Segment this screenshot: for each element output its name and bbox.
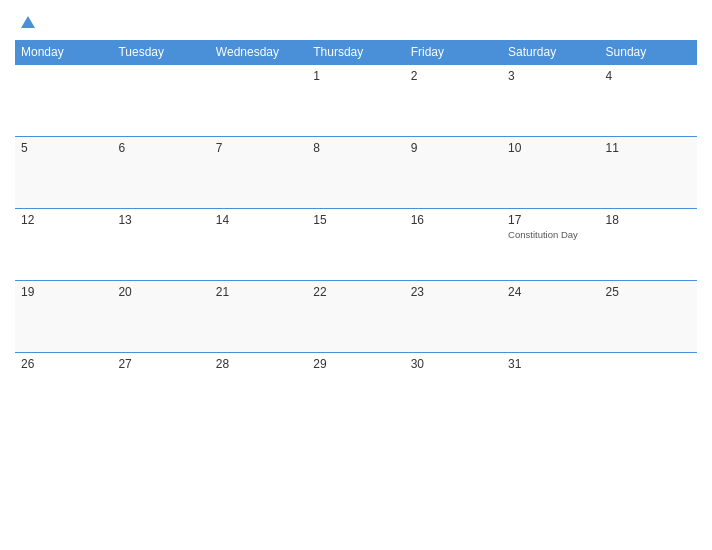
calendar-cell: 28 bbox=[210, 353, 307, 425]
calendar-cell: 24 bbox=[502, 281, 599, 353]
day-number: 15 bbox=[313, 213, 398, 227]
calendar-cell: 21 bbox=[210, 281, 307, 353]
calendar-header bbox=[15, 10, 697, 32]
calendar-cell: 16 bbox=[405, 209, 502, 281]
calendar-cell bbox=[15, 65, 112, 137]
holiday-label: Constitution Day bbox=[508, 229, 593, 240]
weekday-header-friday: Friday bbox=[405, 40, 502, 65]
weekday-header-row: MondayTuesdayWednesdayThursdayFridaySatu… bbox=[15, 40, 697, 65]
day-number: 19 bbox=[21, 285, 106, 299]
calendar-cell: 27 bbox=[112, 353, 209, 425]
day-number: 24 bbox=[508, 285, 593, 299]
day-number: 13 bbox=[118, 213, 203, 227]
day-number: 8 bbox=[313, 141, 398, 155]
day-number: 29 bbox=[313, 357, 398, 371]
calendar-cell: 23 bbox=[405, 281, 502, 353]
calendar-cell bbox=[600, 353, 697, 425]
calendar-cell: 5 bbox=[15, 137, 112, 209]
calendar-cell: 30 bbox=[405, 353, 502, 425]
day-number: 25 bbox=[606, 285, 691, 299]
calendar-cell: 17Constitution Day bbox=[502, 209, 599, 281]
weekday-header-thursday: Thursday bbox=[307, 40, 404, 65]
calendar-cell: 19 bbox=[15, 281, 112, 353]
calendar-container: MondayTuesdayWednesdayThursdayFridaySatu… bbox=[0, 0, 712, 550]
day-number: 4 bbox=[606, 69, 691, 83]
calendar-week-row: 262728293031 bbox=[15, 353, 697, 425]
day-number: 21 bbox=[216, 285, 301, 299]
calendar-cell: 25 bbox=[600, 281, 697, 353]
calendar-cell: 1 bbox=[307, 65, 404, 137]
weekday-header-sunday: Sunday bbox=[600, 40, 697, 65]
calendar-cell: 13 bbox=[112, 209, 209, 281]
calendar-cell: 10 bbox=[502, 137, 599, 209]
logo-triangle-icon bbox=[17, 10, 39, 32]
calendar-week-row: 567891011 bbox=[15, 137, 697, 209]
day-number: 31 bbox=[508, 357, 593, 371]
day-number: 6 bbox=[118, 141, 203, 155]
calendar-cell: 18 bbox=[600, 209, 697, 281]
calendar-cell: 14 bbox=[210, 209, 307, 281]
calendar-cell: 12 bbox=[15, 209, 112, 281]
logo bbox=[15, 10, 39, 32]
day-number: 11 bbox=[606, 141, 691, 155]
day-number: 17 bbox=[508, 213, 593, 227]
day-number: 23 bbox=[411, 285, 496, 299]
calendar-cell: 20 bbox=[112, 281, 209, 353]
day-number: 3 bbox=[508, 69, 593, 83]
day-number: 22 bbox=[313, 285, 398, 299]
day-number: 10 bbox=[508, 141, 593, 155]
calendar-cell: 9 bbox=[405, 137, 502, 209]
calendar-thead: MondayTuesdayWednesdayThursdayFridaySatu… bbox=[15, 40, 697, 65]
day-number: 14 bbox=[216, 213, 301, 227]
day-number: 16 bbox=[411, 213, 496, 227]
day-number: 5 bbox=[21, 141, 106, 155]
calendar-cell: 6 bbox=[112, 137, 209, 209]
calendar-cell: 11 bbox=[600, 137, 697, 209]
calendar-cell: 26 bbox=[15, 353, 112, 425]
weekday-header-wednesday: Wednesday bbox=[210, 40, 307, 65]
calendar-cell: 8 bbox=[307, 137, 404, 209]
calendar-week-row: 1234 bbox=[15, 65, 697, 137]
day-number: 2 bbox=[411, 69, 496, 83]
svg-marker-0 bbox=[21, 16, 35, 28]
day-number: 20 bbox=[118, 285, 203, 299]
day-number: 18 bbox=[606, 213, 691, 227]
calendar-cell: 15 bbox=[307, 209, 404, 281]
calendar-cell: 2 bbox=[405, 65, 502, 137]
weekday-header-monday: Monday bbox=[15, 40, 112, 65]
day-number: 26 bbox=[21, 357, 106, 371]
calendar-cell: 7 bbox=[210, 137, 307, 209]
day-number: 28 bbox=[216, 357, 301, 371]
calendar-cell: 22 bbox=[307, 281, 404, 353]
day-number: 7 bbox=[216, 141, 301, 155]
calendar-cell bbox=[112, 65, 209, 137]
weekday-header-tuesday: Tuesday bbox=[112, 40, 209, 65]
day-number: 12 bbox=[21, 213, 106, 227]
calendar-cell: 29 bbox=[307, 353, 404, 425]
calendar-week-row: 121314151617Constitution Day18 bbox=[15, 209, 697, 281]
calendar-week-row: 19202122232425 bbox=[15, 281, 697, 353]
weekday-header-saturday: Saturday bbox=[502, 40, 599, 65]
day-number: 1 bbox=[313, 69, 398, 83]
calendar-cell bbox=[210, 65, 307, 137]
calendar-table: MondayTuesdayWednesdayThursdayFridaySatu… bbox=[15, 40, 697, 425]
day-number: 30 bbox=[411, 357, 496, 371]
day-number: 9 bbox=[411, 141, 496, 155]
calendar-tbody: 1234567891011121314151617Constitution Da… bbox=[15, 65, 697, 425]
calendar-cell: 3 bbox=[502, 65, 599, 137]
calendar-cell: 31 bbox=[502, 353, 599, 425]
calendar-cell: 4 bbox=[600, 65, 697, 137]
day-number: 27 bbox=[118, 357, 203, 371]
